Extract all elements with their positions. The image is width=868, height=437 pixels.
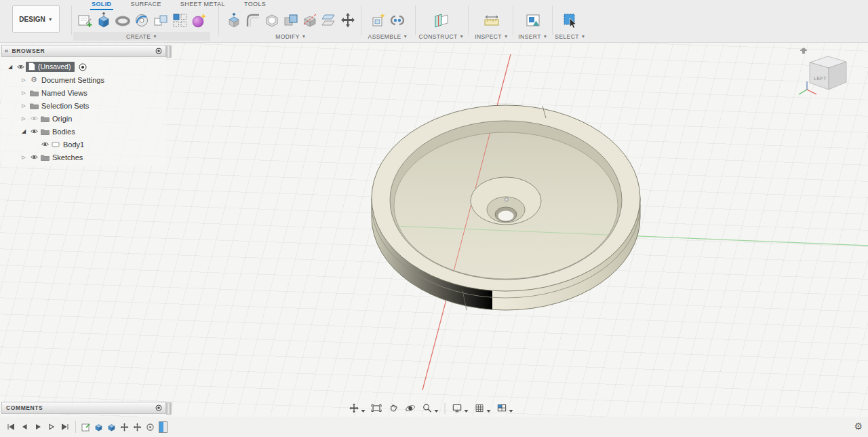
tree-item-sketches[interactable]: ▷ Sketches [1, 151, 166, 164]
pattern-icon[interactable] [170, 10, 189, 31]
revolve-icon[interactable] [113, 10, 132, 31]
body1-disc[interactable] [372, 54, 868, 390]
eye-icon[interactable] [15, 64, 26, 70]
split-body-icon[interactable] [300, 10, 319, 31]
chevron-down-icon: ▼ [460, 34, 465, 39]
3d-viewport[interactable]: LEFT « BROWSER ◢ [0, 42, 868, 417]
eye-icon[interactable] [39, 141, 50, 147]
joint-icon[interactable] [388, 10, 407, 31]
fillet-icon[interactable] [243, 10, 262, 31]
timeline-feature-move-icon[interactable] [131, 419, 144, 434]
selected-root-band[interactable]: (Unsaved) [26, 62, 75, 72]
play-icon[interactable] [31, 419, 45, 434]
tree-item-selection-sets[interactable]: ▷ Selection Sets [1, 99, 166, 112]
view-cube[interactable]: LEFT [797, 48, 860, 110]
viewcube-axis-red [807, 90, 816, 94]
viewcube-face-label[interactable]: LEFT [814, 76, 827, 81]
step-forward-icon[interactable] [45, 419, 58, 434]
insert-canvas-icon[interactable] [524, 10, 542, 31]
timeline-feature-extrude-icon[interactable] [92, 419, 105, 434]
fit-icon[interactable] [369, 401, 384, 415]
sweep-icon[interactable] [132, 10, 151, 31]
measure-icon[interactable] [482, 10, 501, 31]
construct-dropdown[interactable]: CONSTRUCT▼ [420, 32, 462, 41]
settings-gear-icon[interactable]: ⚙ [854, 421, 863, 432]
tree-item-body1[interactable]: Body1 [1, 138, 166, 151]
timeline-feature-hole-icon[interactable] [144, 419, 157, 434]
display-settings-icon[interactable] [450, 401, 471, 415]
tab-surface[interactable]: SURFACE [130, 0, 163, 9]
create-label: CREATE [126, 33, 151, 40]
tree-item-origin[interactable]: ▷ Origin [1, 112, 166, 125]
grid-snaps-icon[interactable] [472, 401, 493, 415]
timeline-position-marker[interactable] [159, 421, 167, 433]
tab-sheet-metal[interactable]: SHEET METAL [179, 0, 226, 9]
align-icon[interactable] [319, 10, 338, 31]
select-icon[interactable] [561, 10, 580, 31]
orbit-icon[interactable] [403, 401, 418, 415]
expand-arrow-icon[interactable]: ▷ [19, 90, 28, 96]
panel-drag-handle[interactable] [166, 45, 172, 58]
toolbar-group-insert: INSERT▼ [517, 9, 549, 41]
home-icon[interactable] [800, 48, 807, 54]
extrude-icon[interactable] [94, 10, 113, 31]
new-component-icon[interactable] [369, 10, 388, 31]
skip-start-icon[interactable] [4, 419, 18, 434]
activate-radio-icon[interactable] [79, 63, 87, 71]
tree-item-named-views[interactable]: ▷ Named Views [1, 86, 166, 99]
press-pull-icon[interactable] [224, 10, 243, 31]
form-icon[interactable] [189, 10, 208, 31]
hand-pan-icon[interactable] [386, 401, 401, 415]
comments-header[interactable]: COMMENTS [1, 402, 166, 414]
timeline-feature-extrude-icon[interactable] [105, 419, 118, 434]
toolbar-group-create: CREATE▼ [73, 9, 210, 41]
tree-item-label: Document Settings [41, 76, 104, 84]
step-back-icon[interactable] [18, 419, 31, 434]
skip-end-icon[interactable] [58, 419, 72, 434]
select-dropdown[interactable]: SELECT▼ [555, 32, 586, 41]
comments-options-icon[interactable] [155, 404, 162, 411]
construct-plane-icon[interactable] [432, 10, 451, 31]
zoom-icon[interactable] [420, 401, 441, 415]
browser-header[interactable]: « BROWSER [1, 45, 166, 57]
shell-icon[interactable] [262, 10, 281, 31]
pan-icon[interactable] [347, 401, 368, 415]
comments-title: COMMENTS [6, 404, 43, 411]
modify-dropdown[interactable]: MODIFY▼ [224, 32, 358, 41]
tree-item-bodies[interactable]: ◢ Bodies [1, 125, 166, 138]
expand-arrow-icon[interactable]: ◢ [19, 128, 28, 134]
timeline-feature-move-icon[interactable] [118, 419, 131, 434]
collapse-panel-icon[interactable]: « [5, 48, 9, 54]
panel-drag-handle[interactable] [166, 402, 172, 415]
tab-tools[interactable]: TOOLS [243, 0, 267, 9]
tree-item-label: Body1 [63, 140, 84, 149]
tree-item-root-unsaved[interactable]: ◢ (Unsaved) [1, 60, 166, 73]
create-dropdown[interactable]: CREATE▼ [73, 32, 210, 41]
design-menu-button[interactable]: DESIGN ▼ [12, 5, 60, 33]
expand-arrow-icon[interactable]: ▷ [19, 116, 28, 121]
expand-arrow-icon[interactable]: ▷ [19, 155, 28, 160]
viewports-icon[interactable] [494, 401, 515, 415]
tree-item-document-settings[interactable]: ▷ ⚙ Document Settings [1, 73, 166, 86]
expand-arrow-icon[interactable]: ◢ [5, 64, 15, 70]
eye-icon[interactable] [28, 154, 39, 160]
assemble-dropdown[interactable]: ASSEMBLE▼ [366, 32, 410, 41]
tab-tools-label: TOOLS [244, 1, 266, 7]
browser-title: BROWSER [12, 48, 45, 54]
inspect-dropdown[interactable]: INSPECT▼ [473, 32, 510, 41]
eye-icon[interactable] [28, 128, 39, 134]
move-copy-icon[interactable] [338, 10, 357, 31]
combine-icon[interactable] [281, 10, 300, 31]
eye-icon[interactable] [28, 115, 39, 121]
toolbar-group-select: SELECT▼ [555, 9, 586, 41]
timeline-feature-sketch-icon[interactable] [79, 419, 92, 434]
expand-arrow-icon[interactable]: ▷ [19, 77, 28, 83]
insert-dropdown[interactable]: INSERT▼ [517, 32, 549, 41]
folder-icon [39, 128, 50, 135]
create-sketch-icon[interactable] [75, 10, 94, 31]
browser-options-icon[interactable] [155, 48, 162, 54]
gear-icon: ⚙ [28, 75, 39, 84]
chevron-down-icon: ▼ [581, 34, 586, 39]
derive-icon[interactable] [151, 10, 170, 31]
expand-arrow-icon[interactable]: ▷ [19, 103, 28, 109]
